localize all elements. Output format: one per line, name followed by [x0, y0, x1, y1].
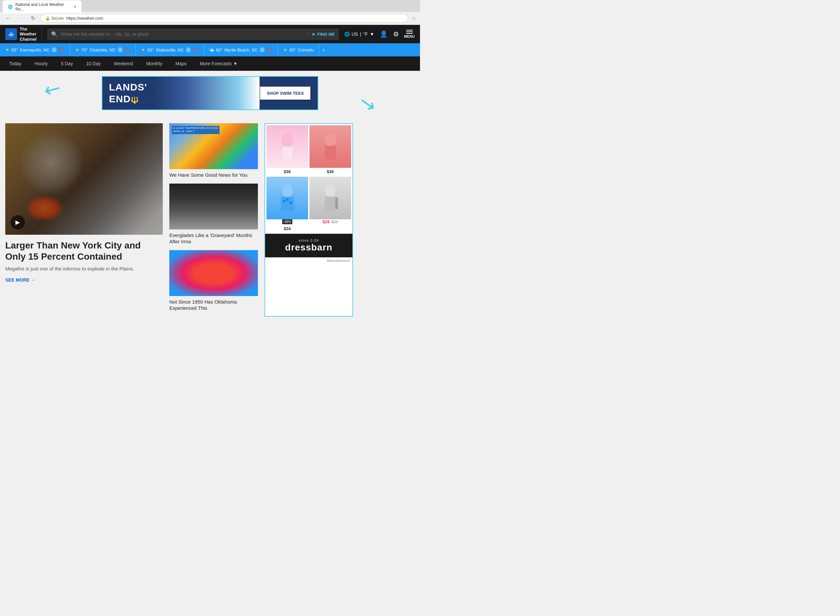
refresh-button[interactable]: ↻: [29, 14, 37, 23]
logo[interactable]: The Weather Channel: [5, 26, 42, 42]
see-more-link[interactable]: SEE MORE →: [5, 277, 163, 283]
location-item-4[interactable]: ☀ 65° Corneliu: [278, 43, 319, 56]
search-input[interactable]: [60, 31, 305, 37]
region-selector[interactable]: 🌐 US | °F ▼: [344, 31, 374, 37]
side-article-1[interactable]: Everglades Like a 'Graveyard' Months Aft…: [169, 183, 258, 245]
location-bar: ☀ 65° Kannapolis, NC 1 🔖 ☀ 70° Charlotte…: [0, 43, 420, 56]
svg-rect-10: [325, 197, 336, 211]
url-display: https://weather.com: [66, 16, 103, 21]
fashion-image-3: [309, 177, 351, 219]
nav-maps[interactable]: Maps: [169, 56, 193, 71]
svg-point-6: [283, 200, 285, 202]
nav-today[interactable]: Today: [3, 56, 28, 71]
globe-icon: 🌐: [344, 31, 350, 37]
svg-rect-3: [325, 146, 336, 160]
fashion-item-3[interactable]: $29 $29: [309, 177, 351, 232]
fashion-image-1: [309, 125, 351, 168]
location-item-3[interactable]: 🌥 82° Myrtle Beach, SC 2 🔖: [204, 43, 278, 56]
fashion-price-0: $36: [284, 168, 291, 175]
settings-button[interactable]: ⚙: [393, 30, 399, 38]
side-article-title-2: Not Since 1950 Has Oklahoma Experienced …: [169, 299, 258, 311]
svg-rect-1: [282, 147, 292, 160]
pipe-divider: |: [360, 31, 361, 37]
bookmark-icon-2[interactable]: 🔖: [193, 47, 199, 53]
location-badge-0: 1: [51, 47, 57, 53]
cloud-icon-3: 🌥: [209, 47, 214, 53]
address-bar-input[interactable]: 🔒 Secure https://weather.com: [40, 14, 408, 23]
back-button[interactable]: ←: [4, 14, 13, 23]
svg-point-8: [290, 202, 292, 204]
location-badge-1: 1: [118, 47, 123, 53]
nav-monthly[interactable]: Monthly: [140, 56, 169, 71]
location-badge-3: 2: [260, 47, 265, 53]
nav-bar: Today Hourly 5 Day 10 Day Weekend Monthl…: [0, 56, 420, 71]
location-temp-2: 62°: [147, 47, 154, 53]
lock-icon: 🔒: [45, 16, 50, 21]
fashion-item-0[interactable]: $36: [266, 125, 308, 175]
ad-label: Advertisement: [265, 257, 352, 264]
location-temp-4: 65°: [290, 47, 296, 53]
nav-5day[interactable]: 5 Day: [54, 56, 80, 71]
svg-rect-11: [335, 197, 338, 209]
find-me-button[interactable]: ➤ FIND ME: [307, 32, 335, 37]
bookmark-icon-3[interactable]: 🔖: [267, 47, 272, 53]
main-content: ↙ LANDS' END🔱 SHOP SWIM TEES ↘: [0, 71, 420, 322]
svg-point-7: [286, 198, 289, 201]
location-city-4: Corneliu: [298, 47, 314, 53]
video-date-label: 8-14 DAY TEMPERATURE OUTLOOKAPRIL 26 - M…: [172, 126, 219, 134]
fashion-grid: $36 $36: [265, 124, 352, 234]
browser-address-bar: ← → ↻ 🔒 Secure https://weather.com ☆: [0, 12, 420, 25]
location-city-3: Myrtle Beach, SC: [224, 47, 257, 53]
nav-weekend[interactable]: Weekend: [107, 56, 140, 71]
ad-brand-text: LANDS' END🔱: [102, 77, 154, 110]
location-item-2[interactable]: ☀ 62° Statesville, NC 1 🔖: [136, 43, 204, 56]
forward-button[interactable]: →: [16, 14, 26, 23]
location-temp-3: 82°: [216, 47, 222, 53]
tab-close-icon[interactable]: ×: [74, 4, 76, 9]
nav-more-forecasts[interactable]: More Forecasts ▼: [193, 56, 244, 71]
bookmark-icon-0[interactable]: 🔖: [59, 47, 64, 53]
fashion-item-1[interactable]: $36: [309, 125, 351, 175]
account-button[interactable]: 👤: [380, 30, 388, 38]
svg-point-2: [325, 133, 336, 146]
article-title: Larger Than New York City and Only 15 Pe…: [5, 240, 163, 262]
hamburger-icon: [406, 30, 413, 34]
chevron-down-icon: ▼: [233, 61, 238, 66]
dropdown-icon: ▼: [370, 31, 374, 37]
search-icon: 🔍: [51, 31, 58, 37]
location-badge-2: 1: [186, 47, 191, 53]
fashion-item-2[interactable]: -48% $34: [266, 177, 308, 232]
ad-banner[interactable]: LANDS' END🔱 SHOP SWIM TEES: [102, 76, 318, 110]
side-article-2[interactable]: Not Since 1950 Has Oklahoma Experienced …: [169, 250, 258, 311]
ad-cta-button[interactable]: SHOP SWIM TEES: [260, 86, 311, 100]
nav-10day[interactable]: 10 Day: [79, 56, 107, 71]
browser-tabs: 🌐 National and Local Weather Re... ×: [0, 0, 420, 12]
location-item-1[interactable]: ☀ 70° Charlotte, NC 1 🔖: [70, 43, 136, 56]
main-article-image[interactable]: ▶: [5, 123, 163, 235]
header-right: 🌐 US | °F ▼ 👤 ⚙ MENU: [344, 30, 415, 38]
browser-tab-active[interactable]: 🌐 National and Local Weather Re... ×: [3, 0, 81, 13]
location-city-0: Kannapolis, NC: [20, 47, 50, 53]
nav-hourly[interactable]: Hourly: [28, 56, 54, 71]
article-subtitle: Megafire is just one of the infernos to …: [5, 265, 163, 273]
svg-point-9: [325, 184, 336, 197]
logo-text: The Weather Channel: [20, 26, 37, 42]
sun-icon-0: ☀: [5, 47, 9, 53]
search-area[interactable]: 🔍 ➤ FIND ME: [47, 28, 338, 40]
ad-arrow-left: ↙: [41, 77, 65, 102]
location-item-0[interactable]: ☀ 65° Kannapolis, NC 1 🔖: [0, 43, 70, 56]
play-button[interactable]: ▶: [10, 215, 25, 229]
content-grid: ▶ Larger Than New York City and Only 15 …: [5, 123, 415, 317]
bookmark-star-button[interactable]: ☆: [412, 15, 416, 21]
main-article: ▶ Larger Than New York City and Only 15 …: [5, 123, 163, 317]
arrow-icon: ➤: [312, 32, 315, 37]
fashion-price-2: $34: [284, 225, 291, 232]
menu-button[interactable]: MENU: [404, 30, 415, 38]
ad-brand: sizes 2-24 dressbarn: [265, 234, 352, 257]
svg-point-4: [282, 184, 293, 197]
location-nav-right[interactable]: ›: [319, 47, 328, 53]
side-article-0[interactable]: 8-14 DAY TEMPERATURE OUTLOOKAPRIL 26 - M…: [169, 123, 258, 178]
bookmark-icon-1[interactable]: 🔖: [125, 47, 130, 53]
ad-sidebar: $36 $36: [265, 123, 353, 317]
tab-title: National and Local Weather Re...: [15, 2, 71, 12]
